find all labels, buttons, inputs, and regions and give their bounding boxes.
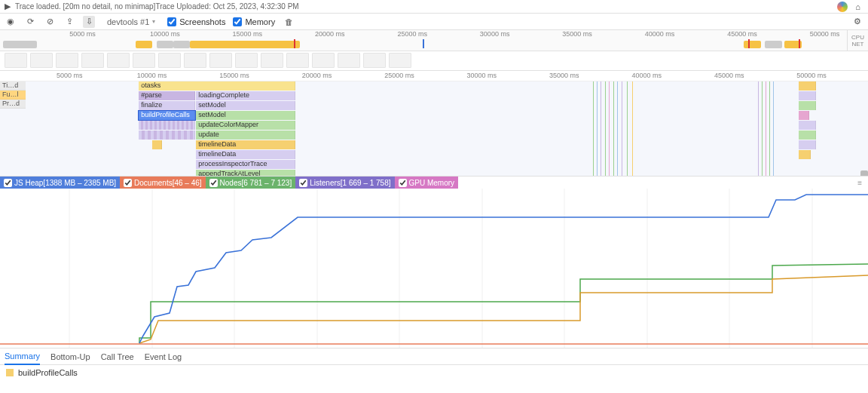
fl-tick: 20000 ms [302,72,332,79]
settings-icon[interactable]: ⚙ [851,16,863,28]
screenshot-thumb[interactable] [389,53,411,68]
screenshot-thumb[interactable] [261,53,283,68]
screenshot-thumb[interactable] [235,53,258,68]
memory-counters: JS Heap[1388 MB – 2385 MB] Documents[46 … [0,177,868,189]
overview-ruler: 5000 ms 10000 ms 15000 ms 20000 ms 25000… [0,30,868,39]
play-icon[interactable]: ▶ [5,2,11,11]
screenshot-thumb[interactable] [133,53,155,68]
collect-garbage-icon[interactable]: 🗑 [283,16,295,28]
counter-documents[interactable]: Documents[46 – 46] [120,177,206,189]
timeline-overview[interactable]: 5000 ms 10000 ms 15000 ms 20000 ms 25000… [0,30,868,51]
toolbar: ◉ ⟳ ⊘ ⇪ ⇩ devtools #1 Screenshots Memory… [0,14,868,30]
flame-stripes [755,81,781,176]
flame-bar-update[interactable]: update [196,130,295,140]
flame-bar[interactable] [139,121,195,130]
track-labels: Ti…d Fu…l Pr…d [0,81,26,109]
flame-bar-timelinedata[interactable]: timelineData [196,140,295,149]
counters-menu-icon[interactable]: ≡ [857,179,868,187]
tab-bottomup[interactable]: Bottom-Up [50,349,90,364]
flame-bar-loadingcomplete[interactable]: loadingComplete [196,91,295,100]
flame-bar-appendtrackatlevel[interactable]: appendTrackAtLevel [196,170,295,177]
screenshot-thumb[interactable] [286,53,309,68]
ov-tick: 45000 ms [727,30,757,38]
status-bar: ▶ Trace loaded. [20m no detail, no minim… [0,0,868,14]
upload-icon[interactable]: ⇪ [63,16,75,28]
screenshots-checkbox[interactable]: Screenshots [167,17,225,26]
record-icon[interactable]: ◉ [5,16,17,28]
counter-listeners[interactable]: Listeners[1 669 – 1 758] [295,177,394,189]
overview-marker [748,39,750,48]
screenshot-thumb[interactable] [184,53,206,68]
fl-tick: 10000 ms [137,72,167,79]
ov-tick: 15000 ms [233,30,263,38]
screenshot-thumb[interactable] [56,53,78,68]
status-text: Trace loaded. [20m no detail, no minimap… [15,2,837,11]
tab-calltree[interactable]: Call Tree [101,349,134,364]
screenshot-thumb[interactable] [30,53,53,68]
detail-tabs: Summary Bottom-Up Call Tree Event Log [0,348,868,365]
ov-segment [190,41,300,48]
overview-marker [294,39,295,48]
screenshot-thumb[interactable] [363,53,386,68]
overview-marker [423,39,424,48]
flame-canvas[interactable]: otasks #parse finalize buildProfileCalls… [0,81,868,176]
counter-label: Documents[46 – 46] [134,179,202,187]
fl-tick: 5000 ms [57,72,83,79]
scrollbar-thumb[interactable] [860,170,868,177]
session-dropdown[interactable]: devtools #1 [102,17,160,26]
globe-icon[interactable] [837,2,848,12]
counter-gpu[interactable]: GPU Memory [395,177,459,189]
memory-chart[interactable] [0,189,868,348]
tab-summary[interactable]: Summary [5,348,40,365]
counter-label: Listeners[1 669 – 1 758] [310,179,390,187]
clear-icon[interactable]: ⊘ [44,16,56,28]
flame-bar-parse[interactable]: #parse [139,91,195,100]
flame-stripes [799,81,816,176]
screenshot-thumb[interactable] [81,53,104,68]
ov-tick: 5000 ms [69,30,96,38]
screenshot-thumb[interactable] [5,53,27,68]
overview-body [0,39,845,51]
net-label: NET [852,41,864,48]
flame-bar[interactable] [139,130,195,140]
flame-bar-processinspectortrace[interactable]: processInspectorTrace [196,160,295,169]
tab-eventlog[interactable]: Event Log [145,349,182,364]
ov-segment [136,41,152,48]
ov-segment [173,41,190,48]
home-icon[interactable]: ⌂ [855,2,860,11]
flame-bar-updatecolormapper[interactable]: updateColorMapper [196,121,295,130]
ov-tick: 25000 ms [397,30,427,38]
memory-checkbox[interactable]: Memory [233,17,275,26]
screenshot-thumb[interactable] [338,53,360,68]
ov-tick: 35000 ms [562,30,592,38]
fl-tick: 35000 ms [549,72,579,79]
counter-label: JS Heap[1388 MB – 2385 MB] [14,179,116,187]
screenshots-label: Screenshots [179,17,225,26]
download-icon[interactable]: ⇩ [83,16,95,28]
ov-segment [157,41,173,48]
screenshot-thumb[interactable] [107,53,130,68]
flame-bar[interactable] [152,140,163,149]
track-label[interactable]: Pr…d [0,100,26,109]
track-label[interactable]: Ti…d [0,81,26,91]
flame-bar-buildprofilecalls[interactable]: buildProfileCalls [139,111,195,120]
flame-bar-setmodel[interactable]: setModel [196,111,295,120]
screenshot-thumb[interactable] [158,53,181,68]
track-label[interactable]: Fu…l [0,91,26,100]
flame-bar-finalize[interactable]: finalize [139,101,195,110]
flame-chart[interactable]: 5000 ms 10000 ms 15000 ms 20000 ms 25000… [0,71,868,177]
selected-event-name: buildProfileCalls [18,368,78,377]
reload-icon[interactable]: ⟳ [24,16,36,28]
cpu-label: CPU [851,34,864,41]
session-dropdown-label: devtools #1 [107,17,149,26]
flame-bar-timelinedata[interactable]: timelineData [196,150,295,159]
screenshot-thumb[interactable] [209,53,232,68]
fl-tick: 30000 ms [467,72,497,79]
overview-side-labels: CPU NET [847,30,868,51]
screenshot-strip[interactable] [0,51,868,71]
screenshot-thumb[interactable] [312,53,335,68]
task-bar[interactable]: otasks [139,81,295,91]
counter-jsheap[interactable]: JS Heap[1388 MB – 2385 MB] [0,177,120,189]
flame-bar-setmodel[interactable]: setModel [196,101,295,110]
counter-nodes[interactable]: Nodes[6 781 – 7 123] [206,177,296,189]
